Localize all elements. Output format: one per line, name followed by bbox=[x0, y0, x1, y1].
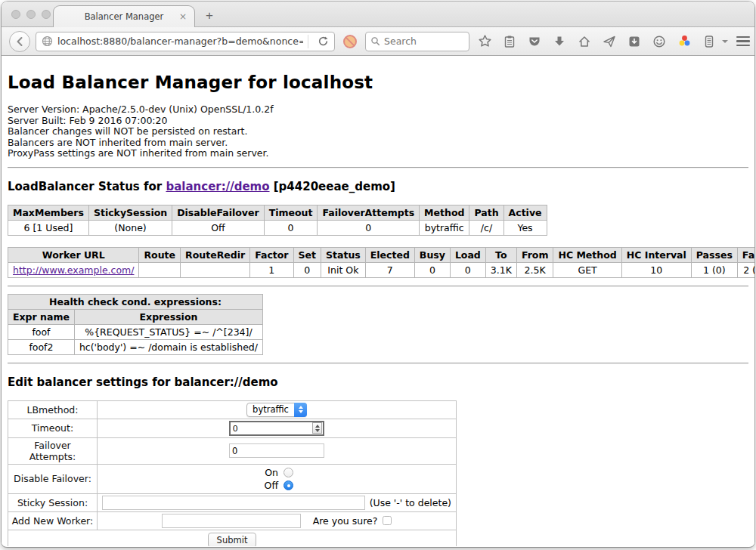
select-arrows-icon bbox=[294, 403, 307, 417]
health-check-table: Health check cond. expressions: Expr nam… bbox=[8, 294, 263, 355]
worker-row: http://www.example.com/ 1 0 Init Ok 7 0 … bbox=[8, 262, 755, 277]
tab-balancer-manager[interactable]: Balancer Manager × bbox=[53, 5, 195, 27]
back-button[interactable] bbox=[9, 31, 30, 52]
sticky-session-label: Sticky Session: bbox=[8, 493, 98, 511]
add-worker-row: Add New Worker: Are you sure? bbox=[8, 511, 457, 530]
smiley-icon bbox=[652, 35, 666, 48]
confirm-checkbox[interactable] bbox=[383, 516, 392, 525]
container-icon bbox=[702, 35, 716, 48]
content-blocker-button[interactable] bbox=[340, 32, 360, 51]
url-input[interactable] bbox=[57, 36, 303, 47]
edit-balancer-heading: Edit balancer settings for balancer://de… bbox=[8, 375, 748, 389]
tab-title: Balancer Manager bbox=[85, 11, 164, 22]
new-tab-button[interactable]: + bbox=[206, 10, 213, 22]
balancer-demo-link[interactable]: balancer://demo bbox=[166, 180, 269, 193]
pocket-button[interactable] bbox=[525, 32, 544, 51]
minimize-window-button[interactable] bbox=[26, 10, 36, 19]
table-row: 6 [1 Used] (None) Off 0 0 bytraffic /c/ … bbox=[8, 220, 547, 235]
loadbalancer-status-heading: LoadBalancer Status for balancer://demo … bbox=[8, 180, 748, 193]
clipboard-icon bbox=[503, 35, 516, 48]
blocked-content-icon bbox=[342, 34, 358, 49]
add-worker-input[interactable] bbox=[162, 514, 301, 528]
failover-attempts-label: Failover Attempts: bbox=[8, 437, 98, 464]
lbmethod-select[interactable]: bytraffic bbox=[246, 403, 307, 417]
download-arrow-icon bbox=[553, 35, 566, 48]
feedback-extension-button[interactable] bbox=[649, 32, 669, 51]
search-input[interactable] bbox=[384, 36, 464, 47]
timeout-field bbox=[229, 421, 324, 436]
failover-attempts-input[interactable] bbox=[229, 443, 324, 458]
reload-icon bbox=[318, 36, 329, 47]
navigation-toolbar bbox=[2, 27, 754, 56]
globe-icon bbox=[42, 36, 53, 47]
pocket-icon bbox=[528, 35, 541, 48]
disable-failover-row: Disable Failover: On Off bbox=[8, 464, 457, 493]
health-check-title: Health check cond. expressions: bbox=[8, 294, 263, 309]
lbmethod-row: LBmethod: bytraffic bbox=[8, 400, 457, 419]
bookmark-star-button[interactable] bbox=[475, 32, 494, 51]
downloads-button[interactable] bbox=[550, 32, 569, 51]
hamburger-icon bbox=[736, 36, 750, 39]
window-controls bbox=[11, 10, 51, 19]
inherit-note-line: Balancers are NOT inherited from main se… bbox=[8, 138, 748, 149]
worker-url-link[interactable]: http://www.example.com/ bbox=[13, 264, 134, 276]
page-content: Load Balancer Manager for localhost Serv… bbox=[2, 56, 754, 546]
confirm-label: Are you sure? bbox=[313, 515, 378, 527]
failover-attempts-row: Failover Attempts: bbox=[8, 437, 457, 464]
page-title: Load Balancer Manager for localhost bbox=[8, 56, 748, 92]
table-row: foof2 hc('body') =~ /domain is establish… bbox=[8, 339, 263, 354]
section-divider bbox=[8, 363, 748, 364]
radio-on-label: On bbox=[260, 467, 278, 478]
home-button[interactable] bbox=[575, 32, 594, 51]
container-dropdown-caret[interactable] bbox=[722, 40, 728, 43]
timeout-row: Timeout: bbox=[8, 419, 457, 437]
home-icon bbox=[578, 35, 591, 48]
lbmethod-label: LBmethod: bbox=[8, 400, 98, 419]
reading-list-button[interactable] bbox=[500, 32, 519, 51]
persist-note-line: Balancer changes will NOT be persisted o… bbox=[8, 126, 748, 138]
star-icon bbox=[478, 34, 492, 48]
sticky-session-input[interactable] bbox=[102, 496, 365, 510]
search-bar[interactable] bbox=[365, 32, 469, 51]
radio-off-label: Off bbox=[260, 480, 278, 491]
close-window-button[interactable] bbox=[11, 10, 20, 19]
url-bar[interactable] bbox=[36, 32, 335, 51]
tab-close-icon[interactable]: × bbox=[179, 11, 187, 22]
submit-button[interactable]: Submit bbox=[208, 533, 257, 547]
search-icon bbox=[370, 36, 380, 46]
table-header-row: MaxMembers StickySession DisableFailover… bbox=[8, 205, 547, 220]
timeout-label: Timeout: bbox=[8, 419, 98, 437]
server-built-line: Server Built: Feb 9 2016 07:00:20 bbox=[8, 116, 748, 127]
timeout-input[interactable] bbox=[231, 424, 312, 433]
disable-failover-off-radio[interactable] bbox=[284, 480, 293, 490]
menu-button[interactable] bbox=[733, 33, 753, 50]
worker-status-table: Worker URL Route RouteRedir Factor Set S… bbox=[8, 247, 754, 278]
balancer-params-table: MaxMembers StickySession DisableFailover… bbox=[8, 205, 547, 236]
section-divider bbox=[8, 167, 748, 168]
table-row: foof %{REQUEST_STATUS} =~ /^[234]/ bbox=[8, 324, 263, 339]
tab-strip: Balancer Manager × + bbox=[2, 2, 754, 27]
color-dots-icon bbox=[677, 34, 692, 48]
paper-plane-icon bbox=[603, 35, 616, 48]
disable-failover-on-radio[interactable] bbox=[284, 468, 293, 477]
reload-button[interactable] bbox=[313, 32, 333, 51]
browser-window: Balancer Manager × + bbox=[2, 2, 754, 547]
disable-failover-label: Disable Failover: bbox=[8, 464, 98, 493]
colors-extension-button[interactable] bbox=[674, 32, 694, 51]
submit-row: Submit bbox=[8, 530, 457, 546]
sticky-session-note: (Use '-' to delete) bbox=[370, 497, 451, 508]
container-extension-button[interactable] bbox=[699, 32, 719, 51]
zoom-window-button[interactable] bbox=[42, 10, 51, 19]
square-download-icon bbox=[627, 35, 641, 48]
sticky-session-row: Sticky Session: (Use '-' to delete) bbox=[8, 493, 457, 511]
number-stepper-icon[interactable] bbox=[312, 422, 322, 434]
import-extension-button[interactable] bbox=[624, 32, 644, 51]
edit-balancer-form: LBmethod: bytraffic Timeout: bbox=[8, 400, 457, 547]
spacer bbox=[8, 236, 748, 247]
table-header-row: Worker URL Route RouteRedir Factor Set S… bbox=[8, 247, 755, 262]
table-header-row: Expr name Expression bbox=[8, 309, 263, 324]
add-worker-label: Add New Worker: bbox=[8, 511, 98, 530]
back-arrow-icon bbox=[14, 36, 25, 47]
send-tab-button[interactable] bbox=[600, 32, 619, 51]
server-version-line: Server Version: Apache/2.5.0-dev (Unix) … bbox=[8, 104, 748, 116]
